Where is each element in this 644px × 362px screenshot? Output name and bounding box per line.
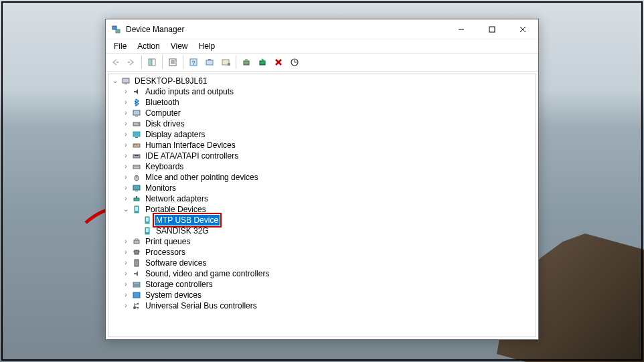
tree-item-label[interactable]: Bluetooth: [144, 97, 181, 108]
tree-item-network[interactable]: › Network adapters: [111, 193, 533, 204]
uninstall-device-button[interactable]: [271, 55, 286, 70]
tree-item-label[interactable]: Audio inputs and outputs: [144, 86, 235, 97]
expand-icon[interactable]: ›: [122, 129, 130, 140]
expand-icon[interactable]: ›: [122, 300, 130, 311]
hid-icon: [131, 140, 142, 151]
menu-file[interactable]: File: [108, 41, 132, 52]
tree-item-bluetooth[interactable]: › Bluetooth: [111, 97, 533, 108]
scan-hardware-button[interactable]: [202, 55, 217, 70]
svg-rect-45: [135, 191, 138, 191]
tree-item-computer[interactable]: › Computer: [111, 108, 533, 118]
tree-item-usb[interactable]: › Universal Serial Bus controllers: [111, 300, 533, 311]
expand-icon[interactable]: ›: [122, 279, 130, 290]
tree-item-label[interactable]: IDE ATA/ATAPI controllers: [144, 151, 240, 161]
toolbar: ?: [106, 53, 538, 72]
tree-item-ide[interactable]: › IDE ATA/ATAPI controllers: [111, 151, 533, 161]
tree-item-label[interactable]: Monitors: [144, 183, 177, 193]
svg-point-32: [138, 123, 139, 124]
svg-rect-29: [133, 110, 140, 115]
show-hide-tree-button[interactable]: [145, 55, 159, 70]
expand-icon[interactable]: ⌄: [111, 76, 119, 86]
tree-item-label[interactable]: Mice and other pointing devices: [144, 172, 260, 183]
tree-root-label[interactable]: DESKTOP-BL9JL61: [133, 76, 209, 86]
svg-point-65: [137, 303, 139, 304]
keyboard-icon: [131, 161, 142, 172]
expand-icon[interactable]: ›: [122, 140, 130, 151]
tree-item-hid[interactable]: › Human Interface Devices: [111, 140, 533, 151]
tree-item-label[interactable]: Software devices: [144, 258, 208, 268]
tree-item-disk[interactable]: › Disk drives: [111, 118, 533, 129]
expand-icon[interactable]: ›: [122, 86, 130, 97]
expand-icon[interactable]: ›: [122, 183, 130, 193]
tree-item-monitors[interactable]: › Monitors: [111, 183, 533, 193]
expand-icon[interactable]: ›: [122, 108, 130, 118]
tree-item-label[interactable]: Sound, video and game controllers: [144, 268, 270, 279]
tree-item-label[interactable]: Display adapters: [144, 129, 206, 140]
device-tree[interactable]: ⌄ DESKTOP-BL9JL61 › Audio inputs and out…: [108, 74, 536, 337]
tree-item-sound[interactable]: › Sound, video and game controllers: [111, 268, 533, 279]
tree-item-sandisk[interactable]: SANDISK 32G: [111, 225, 533, 236]
titlebar: Device Manager: [106, 19, 538, 39]
tree-item-label[interactable]: Storage controllers: [144, 279, 214, 290]
tree-item-label[interactable]: Disk drives: [144, 118, 186, 129]
svg-rect-38: [133, 155, 140, 158]
tree-item-label[interactable]: Universal Serial Bus controllers: [144, 300, 258, 311]
tree-item-label[interactable]: Print queues: [144, 236, 191, 247]
tree-item-mice[interactable]: › Mice and other pointing devices: [111, 172, 533, 183]
tree-item-system[interactable]: › System devices: [111, 290, 533, 300]
svg-rect-33: [133, 132, 140, 137]
svg-rect-8: [128, 62, 130, 63]
expand-icon[interactable]: ›: [122, 268, 130, 279]
tree-item-label[interactable]: SANDISK 32G: [155, 225, 210, 236]
svg-rect-59: [135, 260, 139, 266]
tree-item-audio[interactable]: › Audio inputs and outputs: [111, 86, 533, 97]
expand-icon[interactable]: ›: [122, 172, 130, 183]
tree-root[interactable]: ⌄ DESKTOP-BL9JL61: [111, 76, 533, 86]
expand-icon[interactable]: ›: [122, 151, 130, 161]
scan-hardware-changes-button[interactable]: [287, 55, 302, 70]
expand-icon[interactable]: ›: [122, 236, 130, 247]
expand-icon[interactable]: ›: [122, 161, 130, 172]
enable-device-button[interactable]: [239, 55, 254, 70]
menu-action[interactable]: Action: [132, 41, 165, 52]
expand-icon[interactable]: ›: [122, 247, 130, 258]
properties-button[interactable]: [165, 55, 180, 70]
expand-icon[interactable]: ›: [122, 193, 130, 204]
expand-icon[interactable]: ›: [122, 118, 130, 129]
tree-item-mtp-usb[interactable]: MTP USB Device: [111, 215, 533, 225]
forward-button: [124, 55, 139, 70]
tree-item-storage[interactable]: › Storage controllers: [111, 279, 533, 290]
disable-device-button[interactable]: [255, 55, 270, 70]
svg-rect-1: [112, 26, 116, 29]
close-button[interactable]: [507, 19, 538, 39]
help-button[interactable]: ?: [186, 55, 201, 70]
tree-item-software[interactable]: › Software devices: [111, 258, 533, 268]
tree-item-label[interactable]: Keyboards: [144, 161, 185, 172]
tree-item-processors[interactable]: › Processors: [111, 247, 533, 258]
svg-rect-7: [116, 62, 118, 63]
tree-item-label[interactable]: Network adapters: [144, 193, 210, 204]
tree-item-label[interactable]: Processors: [144, 247, 187, 258]
bluetooth-icon: [131, 97, 142, 108]
collapse-icon[interactable]: ⌄: [122, 204, 130, 215]
tree-item-keyboards[interactable]: › Keyboards: [111, 161, 533, 172]
tree-item-label-selected[interactable]: MTP USB Device: [155, 215, 220, 225]
tree-item-print[interactable]: › Print queues: [111, 236, 533, 247]
menu-view[interactable]: View: [165, 41, 193, 52]
app-icon: [111, 24, 122, 35]
tree-item-label[interactable]: System devices: [144, 290, 203, 300]
tree-item-display[interactable]: › Display adapters: [111, 129, 533, 140]
minimize-button[interactable]: [446, 19, 477, 39]
expand-icon[interactable]: ›: [122, 97, 130, 108]
monitor-icon: [131, 183, 142, 193]
expand-icon[interactable]: ›: [122, 290, 130, 300]
maximize-button[interactable]: [477, 19, 507, 39]
tree-item-label[interactable]: Human Interface Devices: [144, 140, 237, 151]
svg-rect-61: [133, 282, 140, 284]
menu-help[interactable]: Help: [193, 41, 221, 52]
tree-item-portable[interactable]: ⌄ Portable Devices: [111, 204, 533, 215]
tree-item-label[interactable]: Computer: [144, 108, 182, 118]
expand-icon[interactable]: ›: [122, 258, 130, 268]
tree-item-label[interactable]: Portable Devices: [144, 204, 208, 215]
update-driver-button[interactable]: [218, 55, 233, 70]
